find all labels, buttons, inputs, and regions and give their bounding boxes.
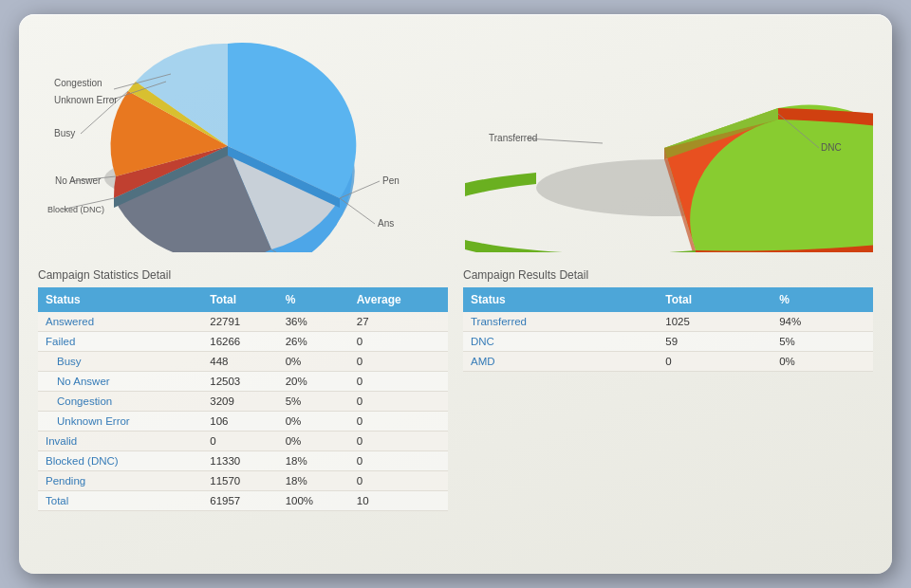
transferred-label: Transferred (489, 133, 537, 143)
total-cell: 0 (658, 352, 772, 372)
table-row: Busy4480%0 (38, 352, 448, 372)
right-chart-container: Transferred DNC (465, 29, 873, 257)
total-cell: 1025 (658, 312, 772, 332)
pct-cell: 100% (278, 491, 349, 511)
right-table-body: Transferred102594%DNC595%AMD00% (463, 312, 873, 372)
left-table-header-row: Status Total % Average (38, 287, 448, 312)
left-col-total: Total (202, 287, 277, 312)
table-row: Invalid00%0 (38, 432, 448, 451)
total-cell: 22791 (202, 312, 277, 332)
left-pie-svg: Ans Pen No Answer Busy Blocked (DNC) (38, 34, 446, 252)
table-row: Answered2279136%27 (38, 312, 448, 332)
avg-cell: 0 (349, 432, 448, 451)
total-cell: 11330 (202, 451, 277, 471)
blocked-dnc-label: Blocked (DNC) (47, 205, 104, 214)
pct-cell: 20% (278, 372, 349, 392)
total-cell: 61957 (202, 491, 277, 511)
pen-label: Pen (382, 175, 400, 186)
total-cell: 3209 (202, 392, 277, 412)
avg-cell: 10 (349, 491, 448, 511)
status-cell: Transferred (463, 312, 658, 332)
pct-cell: 0% (278, 432, 349, 451)
pct-cell: 18% (278, 451, 349, 471)
right-col-total: Total (658, 287, 772, 312)
left-table-section: Campaign Statistics Detail Status Total … (38, 268, 448, 559)
left-pie-wrap: Ans Pen No Answer Busy Blocked (DNC) (38, 34, 446, 252)
total-cell: 12503 (202, 372, 277, 392)
pct-cell: 94% (772, 312, 873, 332)
table-row: Pending1157018%0 (38, 471, 448, 491)
pct-cell: 5% (772, 332, 873, 352)
total-cell: 106 (202, 412, 277, 432)
status-cell: No Answer (38, 372, 202, 392)
left-col-status: Status (38, 287, 202, 312)
status-cell: Answered (38, 312, 202, 332)
unknown-error-label: Unknown Error (54, 95, 118, 105)
table-row: No Answer1250320%0 (38, 372, 448, 392)
status-cell: Busy (38, 352, 202, 372)
table-row: Total61957100%10 (38, 491, 448, 511)
avg-cell: 0 (349, 332, 448, 352)
status-cell: DNC (463, 332, 658, 352)
pct-cell: 0% (772, 352, 873, 372)
status-cell: Unknown Error (38, 412, 202, 432)
table-row: Blocked (DNC)1133018%0 (38, 451, 448, 471)
status-cell: Blocked (DNC) (38, 451, 202, 471)
status-cell: AMD (463, 352, 658, 372)
right-table-section: Campaign Results Detail Status Total % T… (463, 268, 873, 559)
left-chart-container: Ans Pen No Answer Busy Blocked (DNC) (38, 29, 446, 257)
right-col-pct: % (772, 287, 873, 312)
right-pie-svg: Transferred DNC (465, 34, 873, 252)
congestion-label: Congestion (54, 78, 102, 88)
charts-row: Ans Pen No Answer Busy Blocked (DNC) (38, 29, 873, 257)
no-answer-label: No Answer (55, 175, 102, 186)
svg-line-10 (527, 138, 603, 143)
svg-line-1 (340, 198, 375, 224)
avg-cell: 0 (349, 471, 448, 491)
total-cell: 11570 (202, 471, 277, 491)
avg-cell: 27 (349, 312, 448, 332)
table-row: Congestion32095%0 (38, 392, 448, 412)
pct-cell: 18% (278, 471, 349, 491)
total-cell: 448 (202, 352, 277, 372)
pct-cell: 36% (278, 312, 349, 332)
pct-cell: 5% (278, 392, 349, 412)
status-cell: Invalid (38, 432, 202, 451)
avg-cell: 0 (349, 352, 448, 372)
table-row: AMD00% (463, 352, 873, 372)
right-table-title: Campaign Results Detail (463, 268, 873, 282)
right-table-header-row: Status Total % (463, 287, 873, 312)
table-row: Unknown Error1060%0 (38, 412, 448, 432)
pct-cell: 0% (278, 352, 349, 372)
avg-cell: 0 (349, 372, 448, 392)
busy-label: Busy (54, 128, 75, 138)
left-table-title: Campaign Statistics Detail (38, 268, 448, 282)
avg-cell: 0 (349, 392, 448, 412)
table-row: Failed1626626%0 (38, 332, 448, 352)
tables-row: Campaign Statistics Detail Status Total … (38, 268, 873, 559)
ans-label: Ans (378, 218, 394, 229)
pct-cell: 26% (278, 332, 349, 352)
table-row: DNC595% (463, 332, 873, 352)
avg-cell: 0 (349, 451, 448, 471)
left-table: Status Total % Average Answered2279136%2… (38, 287, 448, 511)
dnc-label: DNC (821, 142, 842, 153)
status-cell: Congestion (38, 392, 202, 412)
left-col-pct: % (278, 287, 349, 312)
total-cell: 59 (658, 332, 772, 352)
status-cell: Failed (38, 332, 202, 352)
avg-cell: 0 (349, 412, 448, 432)
left-table-body: Answered2279136%27Failed1626626%0Busy448… (38, 312, 448, 511)
pct-cell: 0% (278, 412, 349, 432)
table-row: Transferred102594% (463, 312, 873, 332)
right-pie-wrap: Transferred DNC (465, 34, 873, 252)
main-card: Ans Pen No Answer Busy Blocked (DNC) (19, 14, 892, 574)
status-cell: Total (38, 491, 202, 511)
total-cell: 16266 (202, 332, 277, 352)
left-col-avg: Average (349, 287, 448, 312)
right-col-status: Status (463, 287, 658, 312)
right-table: Status Total % Transferred102594%DNC595%… (463, 287, 873, 372)
total-cell: 0 (202, 432, 277, 451)
status-cell: Pending (38, 471, 202, 491)
